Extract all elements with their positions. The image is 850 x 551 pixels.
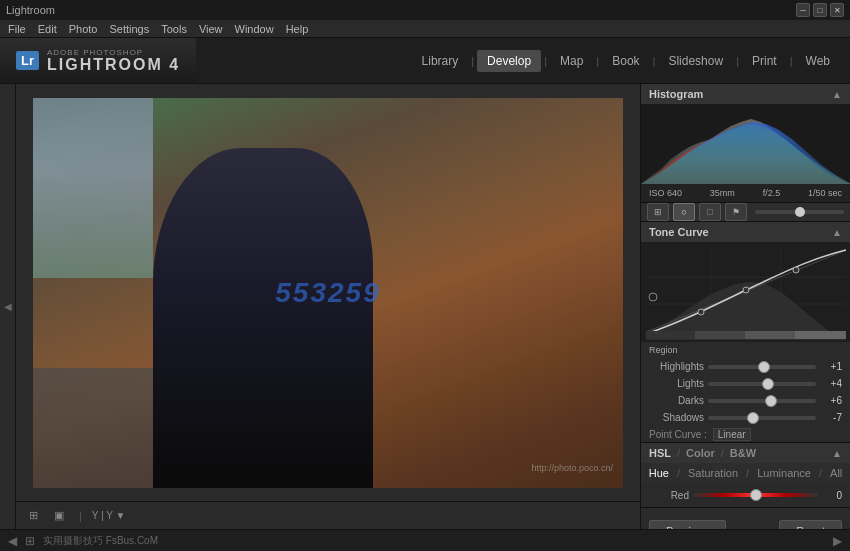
minimize-button[interactable]: ─ <box>796 3 810 17</box>
right-panel: Histogram ▲ <box>640 84 850 529</box>
highlights-value: +1 <box>820 361 842 372</box>
histogram-header[interactable]: Histogram ▲ <box>641 84 850 104</box>
tab-web[interactable]: Web <box>796 50 840 72</box>
filmstrip-right-arrow[interactable]: ▶ <box>833 534 842 548</box>
filmstrip-grid-icon[interactable]: ⊞ <box>25 534 35 548</box>
reset-button[interactable]: Reset <box>779 520 842 529</box>
tc-target-icon[interactable] <box>649 293 657 301</box>
left-panel-toggle[interactable]: ◀ <box>0 84 16 529</box>
hsl-header[interactable]: HSL / Color / B&W ▲ <box>641 443 850 463</box>
tone-curve-svg <box>641 242 850 342</box>
tools-row: ⊞ ○ □ ⚑ <box>641 203 850 222</box>
hsl-red-value: 0 <box>822 490 842 501</box>
hsl-tab-luminance[interactable]: Luminance <box>753 466 815 480</box>
photo-person <box>153 148 373 488</box>
lights-label: Lights <box>649 378 704 389</box>
tab-book[interactable]: Book <box>602 50 649 72</box>
tc-point-shadows[interactable] <box>698 309 704 315</box>
hist-blue-channel <box>641 122 850 184</box>
shadows-slider[interactable] <box>708 416 816 420</box>
lights-thumb <box>762 378 774 390</box>
tab-map[interactable]: Map <box>550 50 593 72</box>
tab-develop[interactable]: Develop <box>477 50 541 72</box>
highlights-thumb <box>758 361 770 373</box>
view-grid-button[interactable]: ⊞ <box>24 506 43 525</box>
highlights-slider[interactable] <box>708 365 816 369</box>
histogram-svg <box>641 104 850 184</box>
tab-print[interactable]: Print <box>742 50 787 72</box>
tab-slideshow[interactable]: Slideshow <box>658 50 733 72</box>
tools-slider-thumb <box>795 207 805 217</box>
highlights-label: Highlights <box>649 361 704 372</box>
darks-thumb <box>765 395 777 407</box>
filmstrip-left-arrow[interactable]: ◀ <box>8 534 17 548</box>
view-loupe-button[interactable]: ▣ <box>49 506 69 525</box>
histogram-title: Histogram <box>649 88 703 100</box>
histogram-collapse-icon: ▲ <box>832 89 842 100</box>
darks-label: Darks <box>649 395 704 406</box>
tab-library[interactable]: Library <box>412 50 469 72</box>
tool-grid-icon[interactable]: ⊞ <box>647 203 669 221</box>
previous-button[interactable]: Previous <box>649 520 726 529</box>
tools-slider[interactable] <box>755 210 844 214</box>
tc-point-mid[interactable] <box>743 287 749 293</box>
hsl-title-bw[interactable]: B&W <box>730 447 756 459</box>
photo-area: 553259 http://photo.poco.cn/ <box>16 84 640 501</box>
menu-file[interactable]: File <box>8 23 26 35</box>
hsl-title-color[interactable]: Color <box>686 447 715 459</box>
darks-slider[interactable] <box>708 399 816 403</box>
maximize-button[interactable]: □ <box>813 3 827 17</box>
point-curve-label: Point Curve : <box>649 429 707 440</box>
menu-view[interactable]: View <box>199 23 223 35</box>
shadows-label: Shadows <box>649 412 704 423</box>
svg-rect-3 <box>795 331 846 339</box>
hist-iso: ISO 640 <box>649 188 682 198</box>
point-curve-value[interactable]: Linear <box>713 428 751 441</box>
hsl-tab-saturation[interactable]: Saturation <box>684 466 742 480</box>
close-button[interactable]: ✕ <box>830 3 844 17</box>
shadows-value: -7 <box>820 412 842 423</box>
svg-rect-2 <box>745 331 795 339</box>
tone-curve-canvas <box>641 242 850 342</box>
tc-point-highlights[interactable] <box>793 267 799 273</box>
shadows-row: Shadows -7 <box>641 409 850 426</box>
highlights-row: Highlights +1 <box>641 358 850 375</box>
hsl-tab-hue[interactable]: Hue <box>645 466 673 480</box>
window-title: Lightroom <box>6 4 55 16</box>
hsl-tab-all[interactable]: All <box>826 466 846 480</box>
histogram-canvas <box>641 104 850 184</box>
tone-curve-header[interactable]: Tone Curve ▲ <box>641 222 850 242</box>
photo-street <box>33 368 153 488</box>
shadows-thumb <box>747 412 759 424</box>
menu-tools[interactable]: Tools <box>161 23 187 35</box>
watermark-code: 553259 <box>275 277 380 309</box>
hsl-sub-tabs: Hue / Saturation / Luminance / All <box>641 463 850 483</box>
hist-focal: 35mm <box>710 188 735 198</box>
hist-aperture: f/2.5 <box>763 188 781 198</box>
window-controls: ─ □ ✕ <box>796 3 844 17</box>
tc-region-text: Region <box>649 345 678 355</box>
darks-row: Darks +6 <box>641 392 850 409</box>
hsl-red-slider[interactable] <box>693 493 818 497</box>
lights-slider[interactable] <box>708 382 816 386</box>
hsl-red-label: Red <box>649 490 689 501</box>
zoom-level: Y | Y ▼ <box>92 510 126 521</box>
logo-text: ADOBE PHOTOSHOP LIGHTROOM 4 <box>47 48 180 73</box>
menu-photo[interactable]: Photo <box>69 23 98 35</box>
menu-help[interactable]: Help <box>286 23 309 35</box>
tool-rect-icon[interactable]: □ <box>699 203 721 221</box>
hsl-title-hsl[interactable]: HSL <box>649 447 671 459</box>
title-bar: Lightroom ─ □ ✕ <box>0 0 850 20</box>
menu-edit[interactable]: Edit <box>38 23 57 35</box>
tool-flag-icon[interactable]: ⚑ <box>725 203 747 221</box>
watermark-site: http://photo.poco.cn/ <box>531 463 613 473</box>
tool-circle-icon[interactable]: ○ <box>673 203 695 221</box>
svg-rect-0 <box>646 331 695 339</box>
histogram-info: ISO 640 35mm f/2.5 1/50 sec <box>641 184 850 202</box>
menu-window[interactable]: Window <box>235 23 274 35</box>
filmstrip-bar: ◀ ⊞ 实用摄影技巧 FsBus.CoM ▶ <box>0 529 850 551</box>
nav-tabs: Library | Develop | Map | Book | Slidesh… <box>412 50 840 72</box>
photo-sky <box>33 98 153 278</box>
menu-settings[interactable]: Settings <box>109 23 149 35</box>
tc-region-label: Region <box>641 342 850 358</box>
